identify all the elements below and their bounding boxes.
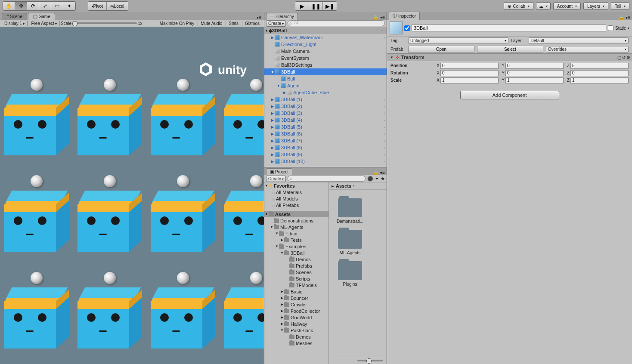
project-tree-item[interactable]: Demonstrations bbox=[264, 217, 328, 224]
project-tree[interactable]: ▼★Favorites ⌕All Materials ⌕All Models ⌕… bbox=[264, 182, 329, 364]
scale-y[interactable] bbox=[505, 77, 564, 83]
project-tree-item[interactable]: ▼Examples bbox=[264, 243, 328, 250]
project-folder[interactable]: Plugins bbox=[335, 261, 365, 287]
layers-dropdown[interactable]: Layers bbox=[583, 2, 608, 10]
rotate-tool[interactable]: ⟳ bbox=[27, 2, 39, 10]
rotation-z[interactable] bbox=[570, 70, 629, 76]
hierarchy-item[interactable]: ▶3DBall (9)› bbox=[264, 151, 387, 158]
layout-dropdown[interactable]: Tall bbox=[611, 2, 629, 10]
game-viewport[interactable]: unity bbox=[0, 27, 264, 364]
step-button[interactable]: ▶❚ bbox=[323, 2, 337, 10]
project-folder[interactable]: Demonstrati... bbox=[335, 198, 365, 224]
static-dropdown-icon[interactable]: ▾ bbox=[628, 26, 629, 30]
scale-z[interactable] bbox=[570, 77, 629, 83]
mute-toggle[interactable]: Mute Audio bbox=[198, 21, 225, 26]
prefab-select-button[interactable]: Select bbox=[477, 46, 543, 52]
hierarchy-item[interactable]: ▶3DBall (3)› bbox=[264, 110, 387, 117]
project-tree-item[interactable]: ▼Editor bbox=[264, 230, 328, 237]
prefab-open-button[interactable]: Open bbox=[408, 46, 474, 52]
hierarchy-item[interactable]: ▶Canvas_Watermark› bbox=[264, 34, 387, 41]
lock-icon[interactable]: 🔒 bbox=[373, 15, 378, 20]
assets-header[interactable]: ▼Assets bbox=[264, 211, 328, 217]
project-tree-item[interactable]: ▼3DBall bbox=[264, 250, 328, 256]
project-tree-item[interactable]: Scenes bbox=[264, 269, 328, 275]
play-button[interactable]: ▶ bbox=[295, 2, 309, 10]
project-create-dropdown[interactable]: Create bbox=[266, 176, 286, 182]
tab-project[interactable]: ▣Project bbox=[266, 168, 292, 175]
scale-slider[interactable] bbox=[72, 22, 137, 24]
cloud-button[interactable]: ☁ bbox=[536, 2, 551, 10]
hierarchy-item[interactable]: Directional_Light bbox=[264, 41, 387, 48]
gear-icon[interactable]: ⚙ bbox=[626, 55, 630, 60]
transform-component-header[interactable]: ▼ ⊹ Transform ▢↺⚙ bbox=[387, 53, 632, 61]
fav-item[interactable]: ⌕All Models bbox=[264, 195, 328, 202]
tab-hierarchy[interactable]: ≔Hierarchy bbox=[266, 13, 298, 20]
lock-icon[interactable]: 🔒 bbox=[373, 170, 378, 175]
hierarchy-item[interactable]: ▶3DBall (10)› bbox=[264, 158, 387, 165]
project-tree-item[interactable]: Prefabs bbox=[264, 262, 328, 269]
maximize-toggle[interactable]: Maximize On Play bbox=[157, 21, 197, 26]
stats-toggle[interactable]: Stats bbox=[226, 21, 241, 26]
hierarchy-item[interactable]: ▼3DBall› bbox=[264, 68, 387, 75]
hierarchy-search[interactable]: All bbox=[288, 20, 385, 26]
project-tree-item[interactable]: ▼PushBlock bbox=[264, 327, 328, 333]
rotation-x[interactable] bbox=[440, 70, 499, 76]
hierarchy-item[interactable]: ▶3DBall (5)› bbox=[264, 123, 387, 130]
favorite-icon[interactable]: ★ bbox=[381, 176, 385, 182]
hierarchy-item[interactable]: ▶3DBall (1)› bbox=[264, 96, 387, 103]
pivot-toggle[interactable]: ▪ Pivot bbox=[88, 2, 107, 10]
aspect-dropdown[interactable]: Free Aspect bbox=[28, 21, 60, 26]
hierarchy-item[interactable]: ▶AgentCube_Blue bbox=[264, 89, 387, 96]
position-y[interactable] bbox=[505, 63, 564, 69]
hierarchy-item[interactable]: Ball bbox=[264, 75, 387, 82]
hand-tool[interactable]: ✋ bbox=[3, 2, 15, 10]
hierarchy-item[interactable]: ▶3DBall (8)› bbox=[264, 144, 387, 151]
project-breadcrumb[interactable]: ▸Assets› bbox=[329, 182, 387, 190]
project-tree-item[interactable]: Meshes bbox=[264, 340, 328, 346]
thumbnail-size-slider[interactable] bbox=[357, 360, 383, 361]
project-tree-item[interactable]: Demos bbox=[264, 333, 328, 340]
project-tree-item[interactable]: ▶Crawler bbox=[264, 301, 328, 308]
hierarchy-item[interactable]: ▶3DBall (7)› bbox=[264, 137, 387, 144]
project-search[interactable] bbox=[288, 176, 366, 182]
favorites-header[interactable]: ▼★Favorites bbox=[264, 182, 328, 189]
panel-menu-icon[interactable]: ▾≡ bbox=[380, 15, 385, 20]
project-grid[interactable]: Demonstrati...ML-AgentsPlugins bbox=[329, 190, 387, 357]
panel-menu-icon[interactable]: ▾≡ bbox=[380, 170, 385, 175]
hierarchy-item[interactable]: ▶3DBall (4)› bbox=[264, 117, 387, 123]
static-checkbox[interactable] bbox=[608, 25, 613, 31]
help-icon[interactable]: ▢ bbox=[617, 55, 621, 60]
rotation-y[interactable] bbox=[505, 70, 564, 76]
project-folder[interactable]: ML-Agents bbox=[335, 230, 365, 255]
hierarchy-create-dropdown[interactable]: Create bbox=[266, 20, 286, 27]
panel-menu-icon[interactable]: ▾≡ bbox=[626, 15, 630, 20]
project-tree-item[interactable]: ▼ML-Agents bbox=[264, 224, 328, 230]
layer-dropdown[interactable]: Default bbox=[529, 37, 629, 44]
add-component-button[interactable]: Add Component bbox=[460, 91, 559, 99]
pause-button[interactable]: ❚❚ bbox=[309, 2, 323, 10]
hierarchy-item[interactable]: ▶3DBall (2)› bbox=[264, 103, 387, 110]
fav-item[interactable]: ⌕All Materials bbox=[264, 189, 328, 195]
tab-inspector[interactable]: ⓘInspector bbox=[389, 12, 420, 20]
account-dropdown[interactable]: Account bbox=[553, 2, 581, 10]
project-tree-item[interactable]: ▶GridWorld bbox=[264, 314, 328, 321]
collab-dropdown[interactable]: ◉Collab bbox=[504, 2, 533, 10]
project-tree-item[interactable]: ▶Basic bbox=[264, 288, 328, 295]
fav-item[interactable]: ⌕All Prefabs bbox=[264, 202, 328, 208]
position-x[interactable] bbox=[440, 63, 499, 69]
position-z[interactable] bbox=[570, 63, 629, 69]
gizmos-toggle[interactable]: Gizmos bbox=[242, 21, 262, 26]
project-tree-item[interactable]: TFModels bbox=[264, 282, 328, 288]
tab-game[interactable]: ◯ Game bbox=[28, 13, 55, 20]
project-tree-item[interactable]: ▶Hallway bbox=[264, 321, 328, 327]
project-tree-item[interactable]: ▶FoodCollector bbox=[264, 308, 328, 314]
scale-tool[interactable]: ⤢ bbox=[39, 2, 51, 10]
transform-tool[interactable]: ✦ bbox=[63, 2, 75, 10]
filter-icon-2[interactable]: ✦ bbox=[375, 176, 379, 182]
scene-menu-icon[interactable]: ⋯ bbox=[381, 28, 385, 33]
scale-x[interactable] bbox=[440, 77, 499, 83]
project-tree-item[interactable]: Demos bbox=[264, 256, 328, 262]
scene-row[interactable]: ▼◈ 3DBall ⋯ bbox=[264, 27, 387, 34]
hierarchy-item[interactable]: EventSystem bbox=[264, 55, 387, 62]
tab-scene[interactable]: # Scene bbox=[2, 13, 27, 20]
